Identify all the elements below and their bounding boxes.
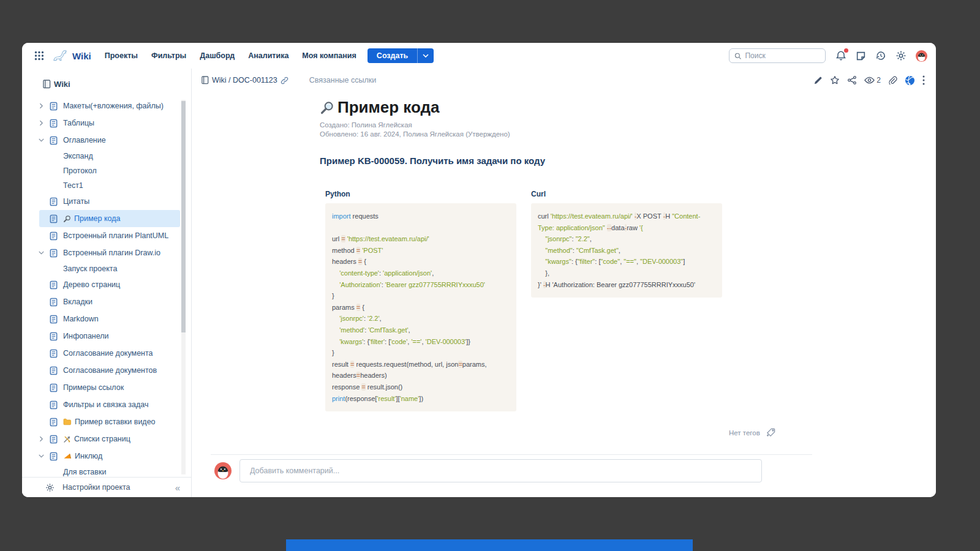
add-tag-icon[interactable] <box>766 427 776 438</box>
sidebar-item[interactable]: Запуск проекта <box>39 261 180 276</box>
no-tags-label: Нет тегов <box>729 429 760 437</box>
sidebar: Wiki Макеты(+вложения, файлы)ТаблицыОгла… <box>22 69 192 497</box>
app-brand[interactable]: Wiki <box>51 49 91 62</box>
breadcrumb[interactable]: Wiki / DOC-001123 <box>202 76 288 84</box>
sidebar-item[interactable]: Инфопанели <box>39 328 180 345</box>
more-menu-kebab-icon[interactable] <box>922 75 925 85</box>
share-icon[interactable] <box>847 75 857 85</box>
sidebar-item-label: Согласование документов <box>63 366 157 375</box>
collapse-sidebar-icon[interactable]: « <box>175 482 180 493</box>
create-button[interactable]: Создать <box>368 48 434 63</box>
page-icon <box>49 214 58 223</box>
sidebar-item[interactable]: Дерево страниц <box>39 276 180 293</box>
page-icon <box>49 280 58 290</box>
sidebar-item[interactable]: Встроенный плагин Draw.io <box>39 244 180 261</box>
sidebar-item[interactable]: Макеты(+вложения, файлы) <box>39 97 180 114</box>
user-avatar[interactable] <box>916 50 927 62</box>
page-icon <box>49 435 58 444</box>
created-by: Создано: Полина Яглейская <box>320 121 510 130</box>
folder-icon <box>63 418 72 425</box>
sidebar-item-label: Макеты(+вложения, файлы) <box>63 102 164 110</box>
sidebar-item[interactable]: Оглавление <box>39 132 180 149</box>
article-body: Пример кода Создано: Полина Яглейская Об… <box>192 92 936 497</box>
page-icon <box>49 332 58 341</box>
apps-grid-icon[interactable] <box>34 51 44 61</box>
nav-item-2[interactable]: Фильтры <box>151 51 186 60</box>
sidebar-scrollbar-track[interactable] <box>181 100 186 474</box>
sidebar-item[interactable]: Согласование документов <box>39 362 180 379</box>
sidebar-item[interactable]: Markdown <box>39 310 180 328</box>
book-icon <box>202 76 209 84</box>
attachments-paperclip-icon[interactable] <box>888 76 897 85</box>
page-tree: Макеты(+вложения, файлы)ТаблицыОглавлени… <box>22 97 181 476</box>
article-subtitle: Пример KB-000059. Получить имя задачи по… <box>320 156 545 166</box>
sidebar-item[interactable]: Цитаты <box>39 193 180 210</box>
page-icon <box>49 452 58 461</box>
sidebar-item-label: Тест1 <box>63 181 83 190</box>
sidebar-item-label: Фильтры и связка задач <box>63 400 149 409</box>
sidebar-item-label: Согласование документа <box>63 349 153 358</box>
chevron-right-icon[interactable] <box>39 120 43 126</box>
nav-item-4[interactable]: Аналитика <box>248 51 288 60</box>
sidebar-item[interactable]: Экспанд <box>39 149 180 163</box>
sidebar-item[interactable]: Пример вставки видео <box>39 413 180 430</box>
sidebar-item[interactable]: Пример кода <box>39 210 180 227</box>
code-example-python: Pythonimport requests url = 'https://tes… <box>325 190 516 411</box>
eye-icon <box>864 77 875 84</box>
sidebar-item[interactable]: Вкладки <box>39 293 180 310</box>
related-links-tab[interactable]: Связанные ссылки <box>309 76 376 84</box>
add-comment-input[interactable] <box>239 459 762 482</box>
views-indicator[interactable]: 2 <box>864 76 881 84</box>
sidebar-title: Wiki <box>54 80 70 89</box>
edit-pencil-icon[interactable] <box>813 76 823 85</box>
app-window: Wiki ПроектыФильтрыДашбордАналитикаМоя к… <box>22 43 936 497</box>
public-globe-icon[interactable] <box>905 75 915 86</box>
sidebar-item[interactable]: Протокол <box>39 163 180 178</box>
link-icon[interactable] <box>281 77 288 84</box>
create-button-label[interactable]: Создать <box>368 48 417 63</box>
code-example-curl: Curlcurl 'https://test.evateam.ru/api/' … <box>531 190 722 298</box>
chevron-right-icon[interactable] <box>39 103 43 109</box>
nav-item-5[interactable]: Моя компания <box>302 51 356 60</box>
breadcrumb-path[interactable]: Wiki / DOC-001123 <box>212 76 277 84</box>
sidebar-scrollbar-thumb[interactable] <box>181 101 186 332</box>
sidebar-footer: Настройки проекта « <box>22 477 191 497</box>
chevron-down-icon[interactable] <box>39 138 45 143</box>
notes-icon[interactable] <box>856 51 866 61</box>
sidebar-header: Wiki <box>43 80 191 89</box>
create-dropdown-toggle[interactable] <box>417 48 434 63</box>
page-title: Пример кода <box>337 98 440 117</box>
nav-item-1[interactable]: Проекты <box>105 51 138 60</box>
sidebar-item[interactable]: Инклюд <box>39 448 180 465</box>
page-title-row: Пример кода <box>320 98 440 117</box>
page-icon <box>49 231 58 241</box>
sidebar-item[interactable]: Для вставки <box>39 465 180 476</box>
search-input[interactable] <box>745 51 820 60</box>
page-icon <box>49 400 58 410</box>
code-language-label: Curl <box>531 190 722 198</box>
sidebar-item[interactable]: Согласование документа <box>39 345 180 362</box>
search-box[interactable] <box>729 48 826 63</box>
sidebar-item[interactable]: Списки страниц <box>39 430 180 448</box>
sidebar-item[interactable]: Фильтры и связка задач <box>39 396 180 413</box>
notifications-icon[interactable] <box>835 50 846 61</box>
chevron-down-icon[interactable] <box>39 454 45 459</box>
sidebar-item[interactable]: Встроенный плагин PlantUML <box>39 227 180 244</box>
chevron-down-icon[interactable] <box>39 251 45 255</box>
project-settings-gear-icon[interactable] <box>45 483 55 492</box>
sidebar-item-label: Дерево страниц <box>63 280 120 289</box>
book-icon <box>43 80 51 89</box>
document-meta: Создано: Полина Яглейская Обновлено: 16 … <box>320 121 510 138</box>
settings-gear-icon[interactable] <box>895 50 907 61</box>
project-settings-label[interactable]: Настройки проекта <box>62 483 130 492</box>
app-title: Wiki <box>72 51 91 61</box>
sidebar-item[interactable]: Таблицы <box>39 114 180 132</box>
sidebar-item[interactable]: Примеры ссылок <box>39 379 180 396</box>
wedge-icon <box>63 452 72 460</box>
nav-item-3[interactable]: Дашборд <box>200 51 235 60</box>
sidebar-item-label: Инклюд <box>75 452 102 460</box>
sidebar-item[interactable]: Тест1 <box>39 178 180 193</box>
chevron-right-icon[interactable] <box>39 436 43 442</box>
favorite-star-icon[interactable] <box>830 75 840 85</box>
history-icon[interactable] <box>875 50 886 61</box>
